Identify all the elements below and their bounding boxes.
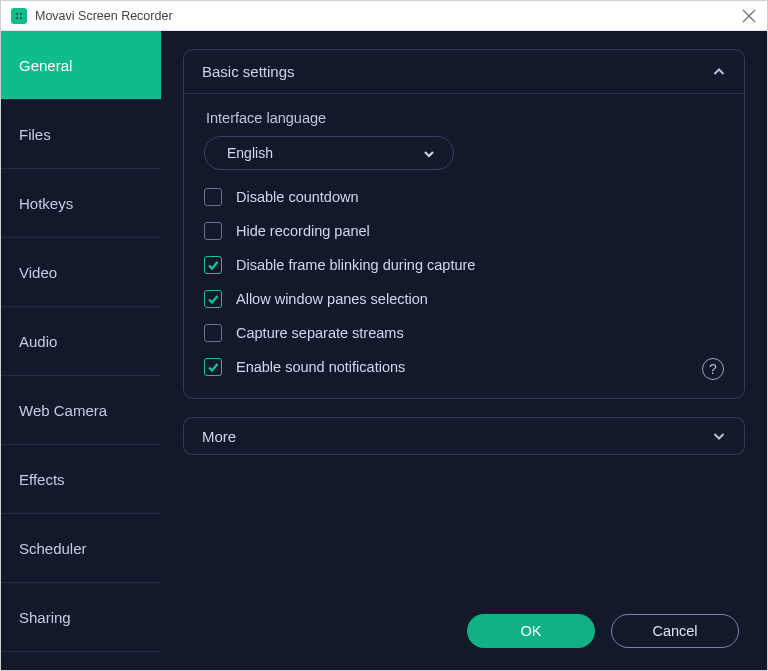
close-icon[interactable] [741,8,757,24]
option-label: Hide recording panel [236,223,370,239]
option-hide-recording-panel: Hide recording panel [204,222,724,240]
language-dropdown[interactable]: English [204,136,454,170]
language-value: English [227,145,273,161]
sidebar-item-label: Hotkeys [19,195,73,212]
sidebar-item-label: General [19,57,72,74]
chevron-down-icon [712,429,726,443]
help-icon[interactable]: ? [702,358,724,380]
option-disable-countdown: Disable countdown [204,188,724,206]
option-label: Capture separate streams [236,325,404,341]
language-label: Interface language [206,110,724,126]
option-label: Enable sound notifications [236,359,405,375]
main-panel: Basic settings Interface language Englis… [161,31,767,670]
option-label: Disable countdown [236,189,359,205]
sidebar-item-label: Web Camera [19,402,107,419]
basic-settings-body: Interface language English Disable count… [184,94,744,398]
panel-title: Basic settings [202,63,295,80]
sidebar-item-label: Sharing [19,609,71,626]
checkbox[interactable] [204,324,222,342]
checkbox[interactable] [204,222,222,240]
sidebar-item-label: Scheduler [19,540,87,557]
sidebar-item-label: Audio [19,333,57,350]
sidebar-item-general[interactable]: General [1,31,161,100]
sidebar-item-hotkeys[interactable]: Hotkeys [1,169,161,238]
option-capture-separate-streams: Capture separate streams [204,324,724,342]
checkbox[interactable] [204,256,222,274]
basic-settings-panel: Basic settings Interface language Englis… [183,49,745,399]
more-panel-header[interactable]: More [183,417,745,455]
option-label: Allow window panes selection [236,291,428,307]
chevron-up-icon [712,65,726,79]
titlebar: Movavi Screen Recorder [1,1,767,31]
ok-button[interactable]: OK [467,614,595,648]
sidebar-item-effects[interactable]: Effects [1,445,161,514]
sidebar-item-label: Effects [19,471,65,488]
option-allow-window-panes: Allow window panes selection [204,290,724,308]
option-label: Disable frame blinking during capture [236,257,475,273]
chevron-down-icon [423,147,435,159]
sidebar-item-label: Video [19,264,57,281]
app-icon [11,8,27,24]
panel-title: More [202,428,236,445]
sidebar-item-sharing[interactable]: Sharing [1,583,161,652]
sidebar-item-web-camera[interactable]: Web Camera [1,376,161,445]
sidebar-item-files[interactable]: Files [1,100,161,169]
basic-settings-header[interactable]: Basic settings [184,50,744,94]
window-title: Movavi Screen Recorder [35,9,173,23]
option-enable-sound-notifications: Enable sound notifications ? [204,358,724,376]
checkbox[interactable] [204,358,222,376]
checkbox[interactable] [204,290,222,308]
body: General Files Hotkeys Video Audio Web Ca… [1,31,767,670]
sidebar-item-video[interactable]: Video [1,238,161,307]
cancel-button[interactable]: Cancel [611,614,739,648]
sidebar-item-label: Files [19,126,51,143]
sidebar-item-audio[interactable]: Audio [1,307,161,376]
sidebar: General Files Hotkeys Video Audio Web Ca… [1,31,161,670]
sidebar-item-scheduler[interactable]: Scheduler [1,514,161,583]
footer: OK Cancel [183,600,745,670]
option-disable-frame-blinking: Disable frame blinking during capture [204,256,724,274]
checkbox[interactable] [204,188,222,206]
app-window: Movavi Screen Recorder General Files Hot… [0,0,768,671]
